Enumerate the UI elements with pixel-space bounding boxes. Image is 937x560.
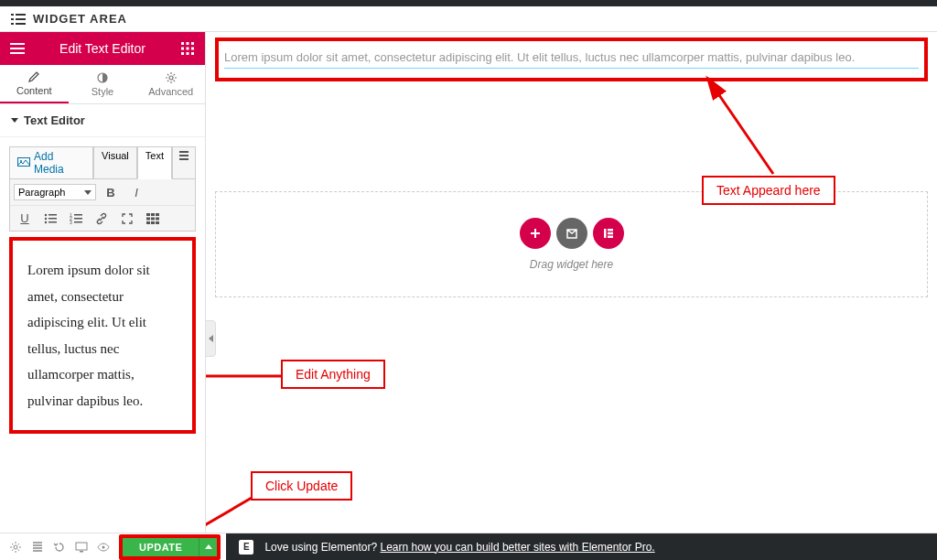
svg-point-25	[45, 213, 47, 215]
svg-rect-1	[16, 14, 26, 16]
svg-rect-11	[191, 42, 194, 45]
svg-point-53	[14, 545, 17, 549]
chevron-left-icon	[209, 335, 213, 342]
tab-content[interactable]: Content	[0, 65, 69, 103]
tab-advanced[interactable]: Advanced	[136, 65, 205, 103]
template-library-button[interactable]	[556, 218, 587, 249]
caret-down-icon	[11, 118, 18, 123]
svg-rect-6	[10, 43, 25, 45]
svg-rect-0	[11, 14, 14, 16]
svg-rect-42	[156, 217, 159, 220]
sidebar: Edit Text Editor Content Style Advanced	[0, 32, 206, 533]
arrow-to-editor	[206, 360, 292, 396]
svg-point-27	[45, 217, 47, 219]
paragraph-select-label: Paragraph	[18, 187, 65, 198]
svg-rect-28	[48, 218, 57, 220]
widget-text-output[interactable]: Lorem ipsum dolor sit amet, consectetur …	[224, 50, 919, 69]
caret-up-icon	[205, 544, 212, 549]
italic-button[interactable]: I	[125, 182, 147, 202]
svg-rect-15	[181, 52, 184, 55]
svg-rect-46	[604, 229, 607, 238]
svg-point-29	[45, 221, 47, 222]
update-button-highlight: UPDATE	[119, 534, 221, 560]
preview-icon[interactable]	[97, 541, 110, 554]
paragraph-select[interactable]: Paragraph	[14, 184, 96, 200]
sidebar-tabs: Content Style Advanced	[0, 65, 205, 104]
panel-collapse-handle[interactable]	[206, 320, 216, 357]
menu-bars-icon	[11, 13, 26, 26]
svg-rect-43	[146, 221, 150, 224]
svg-rect-40	[146, 217, 150, 220]
svg-rect-34	[74, 218, 82, 220]
tab-label: Advanced	[148, 86, 193, 97]
responsive-icon[interactable]	[75, 541, 88, 554]
svg-rect-36	[74, 221, 82, 223]
svg-rect-47	[608, 229, 613, 232]
svg-rect-32	[74, 214, 82, 216]
svg-rect-22	[179, 151, 188, 153]
svg-rect-24	[179, 158, 188, 160]
update-button[interactable]: UPDATE	[123, 538, 199, 556]
tab-style[interactable]: Style	[69, 65, 137, 103]
svg-rect-30	[48, 221, 57, 223]
section-text-editor[interactable]: Text Editor	[0, 104, 205, 137]
toolbar-toggle-button[interactable]	[142, 209, 164, 229]
pencil-icon	[27, 70, 40, 83]
svg-text:3: 3	[70, 220, 72, 224]
elementor-logo-button[interactable]	[593, 218, 624, 249]
svg-rect-13	[187, 48, 189, 50]
link-button[interactable]	[91, 209, 113, 229]
svg-rect-26	[48, 214, 57, 216]
svg-rect-41	[151, 217, 155, 220]
annotation-click-update: Click Update	[251, 471, 352, 501]
add-section-button[interactable]	[520, 218, 551, 249]
sidebar-header: Edit Text Editor	[0, 32, 205, 65]
footer: UPDATE E Love using Elementor? Learn how…	[0, 533, 937, 560]
media-icon	[17, 157, 30, 168]
canvas: Lorem ipsum dolor sit amet, consectetur …	[206, 32, 937, 533]
bullet-list-button[interactable]	[39, 209, 61, 229]
underline-button[interactable]: U	[14, 209, 36, 229]
footer-promo-link[interactable]: Learn how you can build better sites wit…	[381, 541, 655, 554]
footer-promo: Love using Elementor? Learn how you can …	[264, 541, 654, 554]
svg-line-50	[707, 78, 773, 174]
mode-tab-visual[interactable]: Visual	[93, 146, 137, 179]
editor-toolbar: Paragraph B I U 123	[9, 179, 196, 232]
bold-button[interactable]: B	[100, 182, 122, 202]
svg-rect-48	[608, 232, 613, 235]
drop-zone[interactable]: Drag widget here	[215, 191, 928, 297]
svg-rect-55	[80, 551, 83, 553]
distraction-free-button[interactable]	[172, 146, 196, 179]
svg-rect-12	[181, 48, 184, 50]
navigator-icon[interactable]	[31, 541, 44, 554]
fullscreen-button[interactable]	[116, 209, 138, 229]
svg-point-19	[169, 76, 173, 80]
svg-rect-2	[11, 18, 14, 20]
settings-icon[interactable]	[9, 541, 22, 554]
sidebar-apps-button[interactable]	[179, 42, 196, 55]
svg-rect-23	[179, 155, 188, 156]
elementor-logo-icon: E	[239, 540, 253, 555]
add-media-button[interactable]: Add Media	[9, 146, 93, 179]
style-icon	[96, 71, 109, 84]
svg-rect-3	[16, 18, 26, 20]
sidebar-menu-button[interactable]	[9, 42, 26, 55]
sidebar-title: Edit Text Editor	[59, 41, 145, 56]
svg-rect-5	[16, 23, 26, 25]
mode-tab-text[interactable]: Text	[137, 146, 172, 179]
update-more-button[interactable]	[199, 538, 217, 556]
svg-rect-45	[156, 221, 159, 224]
history-icon[interactable]	[53, 541, 66, 554]
svg-rect-38	[151, 213, 155, 216]
section-title-text: Text Editor	[24, 113, 85, 127]
svg-rect-8	[10, 52, 25, 54]
numbered-list-button[interactable]: 123	[65, 209, 87, 229]
text-output-highlight: Lorem ipsum dolor sit amet, consectetur …	[215, 38, 928, 81]
svg-rect-39	[156, 213, 159, 216]
footer-promo-prefix: Love using Elementor?	[264, 541, 380, 554]
editor-content[interactable]: Lorem ipsum dolor sit amet, consectetur …	[9, 237, 196, 434]
svg-rect-7	[10, 48, 25, 49]
svg-line-52	[206, 498, 252, 533]
svg-rect-17	[191, 52, 194, 55]
svg-rect-16	[187, 52, 189, 55]
